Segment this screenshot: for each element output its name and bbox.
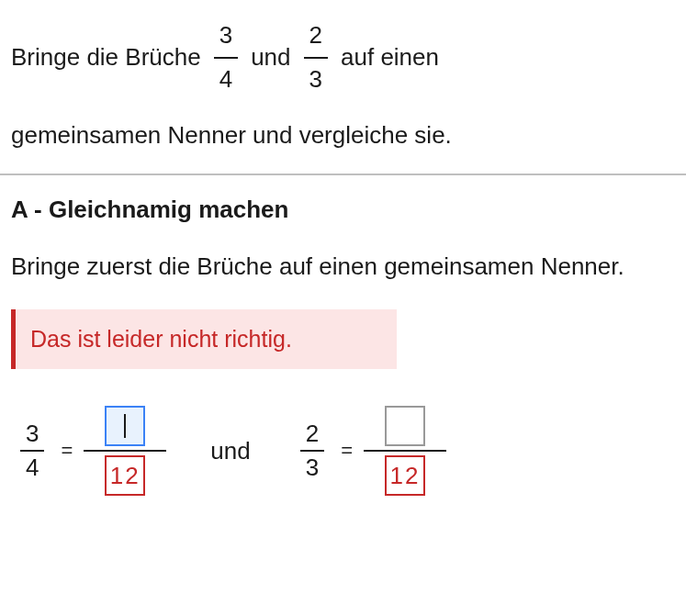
eq-left-fraction-line bbox=[84, 450, 166, 452]
equation-right: 2 3 = 12 bbox=[295, 406, 446, 496]
fraction-1: 3 4 bbox=[214, 17, 238, 98]
fraction-2-den: 3 bbox=[304, 57, 328, 99]
equation-connector: und bbox=[210, 437, 250, 465]
section-a-instruction: Bringe zuerst die Brüche auf einen gemei… bbox=[11, 248, 675, 286]
question-line-1: Bringe die Brüche 3 4 und 2 3 auf einen bbox=[11, 17, 675, 98]
eq-left-equals: = bbox=[61, 439, 73, 463]
fraction-1-den: 4 bbox=[214, 57, 238, 99]
text-cursor bbox=[124, 414, 126, 438]
question-line-2: gemeinsamen Nenner und vergleiche sie. bbox=[11, 117, 675, 155]
eq-left-numerator-input[interactable] bbox=[105, 406, 145, 446]
equation-row: 3 4 = 12 und 2 3 = 12 bbox=[11, 406, 675, 503]
eq-right-given-num: 2 bbox=[300, 420, 324, 450]
eq-right-given-fraction: 2 3 bbox=[300, 420, 324, 482]
eq-right-numerator-input[interactable] bbox=[385, 406, 425, 446]
eq-right-denominator-input[interactable]: 12 bbox=[385, 455, 425, 496]
eq-right-given-den: 3 bbox=[300, 450, 324, 482]
fraction-1-num: 3 bbox=[214, 17, 238, 57]
equation-left: 3 4 = 12 bbox=[15, 406, 166, 496]
eq-left-given-num: 3 bbox=[20, 420, 44, 450]
eq-left-input-fraction: 12 bbox=[84, 406, 166, 496]
section-a: A - Gleichnamig machen Bringe zuerst die… bbox=[0, 175, 686, 504]
eq-left-denominator-input[interactable]: 12 bbox=[105, 455, 145, 496]
section-a-heading: A - Gleichnamig machen bbox=[11, 196, 675, 224]
question-prefix: Bringe die Brüche bbox=[11, 39, 201, 77]
eq-right-fraction-line bbox=[364, 450, 446, 452]
fraction-2: 2 3 bbox=[304, 17, 328, 98]
eq-left-given-den: 4 bbox=[20, 450, 44, 482]
question-mid: und bbox=[251, 39, 290, 77]
question-suffix: auf einen bbox=[341, 39, 439, 77]
question-section: Bringe die Brüche 3 4 und 2 3 auf einen … bbox=[0, 0, 686, 174]
eq-right-input-fraction: 12 bbox=[364, 406, 446, 496]
eq-left-given-fraction: 3 4 bbox=[20, 420, 44, 482]
fraction-2-num: 2 bbox=[304, 17, 328, 57]
feedback-error: Das ist leider nicht richtig. bbox=[11, 309, 397, 369]
eq-right-equals: = bbox=[341, 439, 353, 463]
